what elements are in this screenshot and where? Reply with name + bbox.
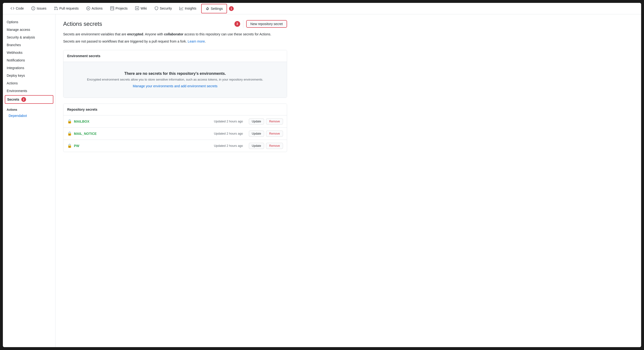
code-icon (10, 6, 14, 10)
sidebar-item-security-analysis[interactable]: Security & analysis (3, 33, 55, 41)
nav-settings-label: Settings (211, 7, 223, 10)
sidebar-item-actions[interactable]: Actions (3, 79, 55, 87)
nav-settings[interactable]: Settings (201, 4, 227, 13)
repository-secrets-header: Repository secrets (64, 104, 287, 115)
nav-actions[interactable]: Actions (82, 3, 106, 14)
sidebar-item-integrations[interactable]: Integrations (3, 64, 55, 72)
secret-updated-pw: Updated 2 hours ago (214, 144, 243, 147)
secret-updated-mail-notice: Updated 2 hours ago (214, 132, 243, 135)
sidebar-secrets-badge: 2 (21, 97, 26, 102)
learn-more-link[interactable]: Learn more (188, 39, 205, 43)
secret-row-mail-notice: 🔒 MAIL_NOTICE Updated 2 hours ago Update… (64, 128, 287, 140)
sidebar-actions-section-label: Actions (3, 104, 55, 112)
description-1: Secrets are environment variables that a… (63, 31, 287, 37)
remove-button-mail-notice[interactable]: Remove (266, 131, 283, 137)
environment-secrets-empty-state: There are no secrets for this repository… (64, 62, 287, 97)
nav-pr-label: Pull requests (59, 6, 79, 10)
nav-security-label: Security (160, 6, 172, 10)
nav-issues[interactable]: Issues (28, 3, 50, 14)
secret-row-pw: 🔒 PW Updated 2 hours ago Update Remove (64, 140, 287, 152)
nav-code-label: Code (16, 6, 24, 10)
sidebar: Options Manage access Security & analysi… (3, 14, 56, 347)
main-layout: Options Manage access Security & analysi… (3, 14, 641, 347)
security-icon (154, 6, 158, 10)
update-button-mail-notice[interactable]: Update (249, 131, 264, 137)
github-container: Code Issues Pull requests Actions Projec… (3, 3, 641, 347)
description-2: Secrets are not passed to workflows that… (63, 39, 287, 44)
environment-secrets-header: Environment secrets (64, 50, 287, 62)
header-right: 3 New repository secret (234, 20, 287, 28)
secret-row-mailbox: 🔒 MAILBOX Updated 2 hours ago Update Rem… (64, 115, 287, 128)
page-title: Actions secrets (63, 20, 102, 27)
sidebar-item-deploy-keys[interactable]: Deploy keys (3, 72, 55, 79)
actions-icon (86, 6, 90, 10)
nav-actions-label: Actions (92, 6, 103, 10)
update-button-mailbox[interactable]: Update (249, 118, 264, 125)
secret-name-mail-notice: MAIL_NOTICE (74, 132, 214, 136)
nav-insights[interactable]: Insights (176, 3, 200, 14)
nav-pull-requests[interactable]: Pull requests (50, 3, 82, 14)
lock-icon-mail-notice: 🔒 (67, 131, 72, 136)
pr-icon (54, 6, 58, 10)
sidebar-subitem-dependabot[interactable]: Dependabot (3, 112, 55, 119)
settings-icon (206, 7, 209, 10)
new-repository-secret-button[interactable]: New repository secret (246, 20, 287, 28)
sidebar-item-manage-access[interactable]: Manage access (3, 26, 55, 33)
insights-icon (180, 6, 183, 10)
nav-security[interactable]: Security (151, 3, 176, 14)
sidebar-item-options[interactable]: Options (3, 18, 55, 26)
manage-environments-link[interactable]: Manage your environments and add environ… (133, 84, 218, 88)
nav-wiki-label: Wiki (140, 6, 147, 10)
update-button-pw[interactable]: Update (249, 143, 264, 149)
environment-secrets-section: Environment secrets There are no secrets… (63, 50, 287, 98)
nav-insights-label: Insights (185, 6, 196, 10)
sidebar-item-webhooks[interactable]: Webhooks (3, 49, 55, 56)
nav-wiki[interactable]: Wiki (131, 3, 150, 14)
wiki-icon (135, 6, 139, 10)
projects-icon (110, 6, 114, 10)
step-badge-3: 3 (234, 21, 240, 27)
secret-name-pw: PW (74, 144, 214, 148)
main-content: Actions secrets 3 New repository secret … (56, 14, 295, 347)
repository-secrets-section: Repository secrets 🔒 MAILBOX Updated 2 h… (63, 103, 287, 152)
sidebar-item-secrets[interactable]: Secrets 2 (5, 95, 53, 104)
nav-projects[interactable]: Projects (106, 3, 132, 14)
nav-projects-label: Projects (116, 6, 128, 10)
header-divider (243, 20, 243, 28)
notification-badge: 1 (229, 6, 234, 11)
sidebar-item-environments[interactable]: Environments (3, 87, 55, 95)
empty-state-desc: Encrypted environment secrets allow you … (68, 78, 282, 81)
nav-code[interactable]: Code (7, 3, 28, 14)
empty-state-title: There are no secrets for this repository… (68, 71, 282, 76)
sidebar-item-branches[interactable]: Branches (3, 41, 55, 49)
secret-updated-mailbox: Updated 2 hours ago (214, 119, 243, 123)
lock-icon-pw: 🔒 (67, 143, 72, 148)
remove-button-pw[interactable]: Remove (266, 143, 283, 149)
secret-name-mailbox: MAILBOX (74, 119, 214, 123)
issues-icon (31, 6, 35, 10)
remove-button-mailbox[interactable]: Remove (266, 118, 283, 125)
top-nav: Code Issues Pull requests Actions Projec… (3, 3, 641, 14)
content-header: Actions secrets 3 New repository secret (63, 20, 287, 28)
nav-issues-label: Issues (36, 6, 46, 10)
sidebar-item-notifications[interactable]: Notifications (3, 56, 55, 64)
lock-icon-mailbox: 🔒 (67, 119, 72, 124)
